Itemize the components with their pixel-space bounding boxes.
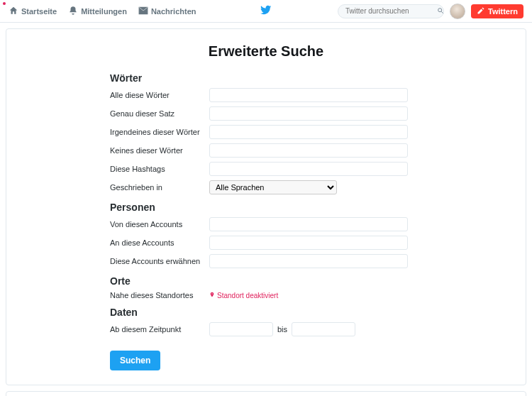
label-date-to-separator: bis [277,325,287,334]
row-hashtags: Diese Hashtags [110,162,450,176]
section-words-heading: Wörter [110,72,450,84]
row-date-range: Ab diesem Zeitpunkt bis [110,322,450,336]
label-hashtags: Diese Hashtags [110,165,209,173]
input-any-words[interactable] [209,125,408,139]
label-mentioning: Diese Accounts erwähnen [110,257,209,265]
nav-notifications[interactable]: Mitteilungen [68,6,127,17]
nav-primary-group: Startseite Mitteilungen Nachrichten [9,6,196,17]
compose-tweet-label: Twittern [488,7,518,16]
row-none-words: Keines dieser Wörter [110,143,450,158]
input-to-accounts[interactable] [209,236,408,250]
compose-tweet-button[interactable]: Twittern [471,4,523,18]
label-from-accounts: Von diesen Accounts [110,220,209,229]
label-all-words: Alle diese Wörter [110,91,209,99]
nav-messages-label: Nachrichten [151,7,196,16]
select-language[interactable]: Alle Sprachen [209,180,337,194]
label-language: Geschrieben in [110,183,209,192]
label-near-location: Nahe dieses Standortes [110,291,209,299]
row-mentioning: Diese Accounts erwähnen [110,254,450,268]
avatar[interactable] [450,4,465,19]
top-navigation-bar: Startseite Mitteilungen Nachrichten Twit… [0,0,532,23]
twitter-logo[interactable] [260,4,272,18]
location-pin-icon [209,291,215,299]
search-submit-button[interactable]: Suchen [110,351,160,370]
input-date-to[interactable] [292,322,355,336]
input-hashtags[interactable] [209,162,408,176]
page-footer: © 2017 Twitter Über uns Hilfe-Center Bed… [6,391,526,396]
label-exact-phrase: Genau dieser Satz [110,109,209,118]
nav-notifications-label: Mitteilungen [81,7,127,16]
nav-right-group: Twittern [338,4,523,19]
section-places-heading: Orte [110,275,450,287]
compose-icon [477,6,485,16]
location-disabled-text: Standort deaktiviert [217,292,278,299]
section-dates-heading: Daten [110,307,450,318]
row-language: Geschrieben in Alle Sprachen [110,180,450,194]
bell-icon [68,6,78,17]
label-none-words: Keines dieser Wörter [110,146,209,155]
search-input[interactable] [344,6,437,16]
nav-home-label: Startseite [21,7,57,16]
row-near-location: Nahe dieses Standortes Standort deaktivi… [110,291,450,299]
row-to-accounts: An diese Accounts [110,236,450,250]
row-exact-phrase: Genau dieser Satz [110,106,450,121]
row-all-words: Alle diese Wörter [110,88,450,102]
label-to-accounts: An diese Accounts [110,238,209,247]
home-icon [9,6,18,17]
section-people-heading: Personen [110,202,450,213]
svg-line-1 [441,11,443,13]
input-all-words[interactable] [209,88,408,102]
envelope-icon [138,6,148,17]
input-mentioning[interactable] [209,254,408,268]
nav-home[interactable]: Startseite [9,6,57,17]
input-exact-phrase[interactable] [209,106,408,121]
location-disabled-indicator[interactable]: Standort deaktiviert [209,291,450,299]
row-any-words: Irgendeines dieser Wörter [110,125,450,139]
label-any-words: Irgendeines dieser Wörter [110,128,209,136]
global-search-box[interactable] [338,4,444,18]
notification-dot [3,2,6,5]
nav-messages[interactable]: Nachrichten [138,6,196,17]
input-date-from[interactable] [209,322,273,336]
row-from-accounts: Von diesen Accounts [110,217,450,231]
input-from-accounts[interactable] [209,217,408,231]
page-title: Erweiterte Suche [35,43,497,60]
input-none-words[interactable] [209,143,408,158]
advanced-search-panel: Erweiterte Suche Wörter Alle diese Wörte… [6,28,526,385]
svg-point-0 [438,8,442,11]
search-icon [437,7,444,16]
label-from-date: Ab diesem Zeitpunkt [110,325,209,334]
